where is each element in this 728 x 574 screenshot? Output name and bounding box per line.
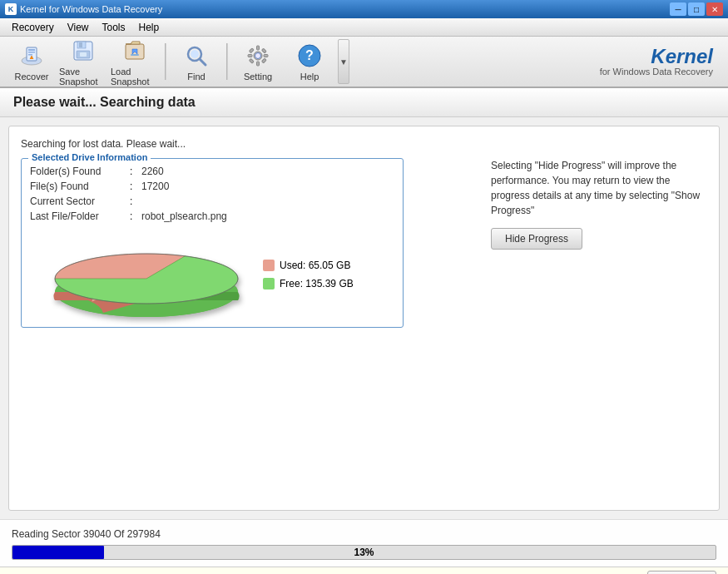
- searching-text: Searching for lost data. Please wait...: [21, 138, 707, 150]
- menu-bar: Recovery View Tools Help: [0, 18, 728, 37]
- svg-rect-24: [262, 58, 267, 63]
- hint-text: Selecting "Hide Progress" will improve t…: [491, 158, 707, 218]
- content-panel: Searching for lost data. Please wait... …: [8, 126, 720, 511]
- recover-label: Recover: [15, 72, 49, 82]
- files-found-label: File(s) Found: [30, 181, 130, 192]
- minimize-button[interactable]: ─: [670, 2, 686, 16]
- svg-rect-2: [28, 49, 35, 51]
- setting-icon: [245, 42, 271, 69]
- drive-info-box: Selected Drive Information Folder(s) Fou…: [21, 158, 404, 328]
- title-bar: K Kernel for Windows Data Recovery ─ □ ✕: [0, 0, 728, 18]
- close-button[interactable]: ✕: [706, 2, 723, 16]
- chart-legend: Used: 65.05 GB Free: 135.39 GB: [263, 260, 354, 289]
- svg-rect-12: [131, 54, 139, 56]
- find-icon: [183, 42, 210, 69]
- svg-point-14: [191, 50, 199, 58]
- svg-marker-11: [126, 42, 140, 44]
- drive-info: Drive Type : Logical Drive: [161, 571, 265, 574]
- current-sector-row: Current Sector :: [30, 195, 394, 207]
- load-snapshot-button[interactable]: Load Snapshot: [110, 39, 160, 84]
- help-label: Help: [300, 72, 319, 82]
- toolbar-separator-2: [226, 43, 228, 80]
- svg-point-25: [255, 52, 261, 58]
- setting-button[interactable]: Setting: [233, 39, 283, 84]
- svg-line-15: [200, 59, 206, 65]
- svg-rect-23: [249, 58, 254, 63]
- toolbar-separator-1: [165, 43, 166, 80]
- find-label: Find: [187, 72, 205, 82]
- save-snapshot-label: Save Snapshot: [59, 67, 107, 87]
- mode-info: Selected Mode : Quick Scan: [12, 571, 127, 574]
- current-sector-label: Current Sector: [30, 195, 130, 207]
- recover-icon: [18, 42, 45, 69]
- svg-rect-21: [249, 47, 254, 52]
- main-content: Searching for lost data. Please wait... …: [0, 117, 728, 519]
- hide-progress-button[interactable]: Hide Progress: [491, 228, 582, 250]
- content-inner: Selected Drive Information Folder(s) Fou…: [21, 158, 707, 338]
- title-bar-buttons: ─ □ ✕: [670, 2, 723, 16]
- progress-label: Reading Sector 39040 Of 297984: [12, 528, 716, 540]
- toolbar-expand-button[interactable]: ▼: [338, 39, 349, 84]
- load-snapshot-label: Load Snapshot: [111, 67, 159, 87]
- logo-subtitle: for Windows Data Recovery: [600, 67, 713, 77]
- free-label: Free: 135.39 GB: [280, 278, 354, 289]
- svg-rect-19: [248, 54, 252, 57]
- menu-tools[interactable]: Tools: [95, 20, 131, 35]
- legend-used: Used: 65.05 GB: [263, 260, 354, 271]
- folders-found-label: Folder(s) Found: [30, 166, 130, 177]
- recover-button[interactable]: Recover: [7, 39, 57, 84]
- folders-found-value: 2260: [141, 166, 164, 177]
- menu-view[interactable]: View: [61, 20, 96, 35]
- used-label: Used: 65.05 GB: [280, 260, 350, 271]
- help-button[interactable]: ? Help: [285, 39, 334, 84]
- svg-rect-3: [28, 52, 35, 53]
- find-button[interactable]: Find: [171, 39, 221, 84]
- menu-help[interactable]: Help: [132, 20, 166, 35]
- logo-title: Kernel: [651, 47, 713, 67]
- title-bar-left: K Kernel for Windows Data Recovery: [5, 3, 162, 15]
- progress-bar-fill: [12, 546, 104, 559]
- svg-rect-17: [257, 46, 260, 50]
- drive-info-legend: Selected Drive Information: [28, 152, 151, 162]
- bottom-info: Selected Mode : Quick Scan Drive Type : …: [0, 567, 728, 574]
- pie-chart: [47, 229, 246, 320]
- svg-text:?: ?: [305, 48, 314, 62]
- legend-free: Free: 135.39 GB: [263, 278, 354, 289]
- app-icon: K: [5, 3, 17, 15]
- progress-percent: 13%: [354, 547, 374, 558]
- setting-label: Setting: [244, 72, 272, 82]
- files-found-value: 17200: [141, 181, 169, 192]
- last-file-value: robot_plsearch.png: [141, 210, 227, 222]
- progress-section: Reading Sector 39040 Of 297984 13%: [0, 519, 728, 567]
- bottom-info-text: Selected Mode : Quick Scan Drive Type : …: [12, 571, 631, 574]
- svg-rect-8: [80, 52, 87, 57]
- menu-recovery[interactable]: Recovery: [5, 20, 61, 35]
- title-bar-text: Kernel for Windows Data Recovery: [20, 4, 162, 14]
- logo-area: Kernel for Windows Data Recovery: [600, 47, 721, 77]
- progress-bar-container: 13%: [12, 545, 716, 560]
- svg-rect-4: [28, 54, 32, 56]
- svg-rect-18: [257, 62, 260, 66]
- chart-area: Used: 65.05 GB Free: 135.39 GB: [30, 229, 394, 320]
- last-file-label: Last File/Folder: [30, 210, 130, 222]
- free-swatch: [263, 278, 275, 289]
- toolbar: Recover Save Snapshot Load Snapshot: [0, 37, 728, 88]
- right-panel: Selecting "Hide Progress" will improve t…: [491, 158, 707, 250]
- maximize-button[interactable]: □: [688, 2, 705, 16]
- help-icon: ?: [296, 42, 323, 69]
- used-swatch: [263, 260, 275, 271]
- status-heading: Please wait... Searching data: [0, 88, 728, 117]
- save-snapshot-icon: [70, 37, 97, 64]
- files-found-row: File(s) Found : 17200: [30, 181, 394, 192]
- svg-rect-22: [262, 48, 267, 53]
- svg-rect-9: [79, 42, 82, 47]
- save-snapshot-button[interactable]: Save Snapshot: [58, 39, 108, 84]
- folders-found-row: Folder(s) Found : 2260: [30, 166, 394, 177]
- svg-rect-20: [264, 54, 268, 57]
- last-file-row: Last File/Folder : robot_plsearch.png: [30, 210, 394, 222]
- stop-button[interactable]: Stop: [647, 571, 716, 574]
- load-snapshot-icon: [121, 37, 148, 64]
